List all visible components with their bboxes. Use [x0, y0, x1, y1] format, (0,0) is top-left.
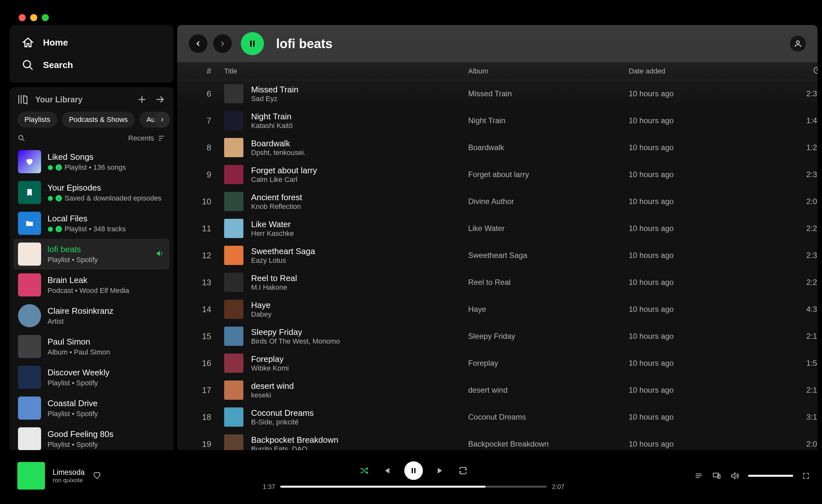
track-artist[interactable]: B-Side, pnkcité: [251, 418, 314, 426]
track-album[interactable]: Sleepy Friday: [468, 332, 629, 341]
track-title: Missed Train: [251, 85, 298, 95]
library-item[interactable]: Coastal DrivePlaylist • Spotify: [13, 393, 169, 423]
track-artist[interactable]: Dpsht, tenkousei.: [251, 149, 306, 157]
search-library-icon[interactable]: [17, 134, 26, 142]
devices-button[interactable]: [712, 471, 721, 480]
track-artist[interactable]: Knob Reflection: [251, 202, 302, 211]
total-time: 2:07: [552, 483, 564, 491]
track-album[interactable]: Missed Train: [468, 89, 629, 98]
track-artist[interactable]: Herr Kaschke: [251, 229, 294, 238]
library-item[interactable]: Claire RosinkranzArtist: [13, 300, 169, 331]
track-album[interactable]: Forget about larry: [468, 170, 629, 179]
chip-podcasts[interactable]: Podcasts & Shows: [62, 112, 135, 128]
track-album[interactable]: Boardwalk: [468, 143, 629, 152]
track-date: 10 hours ago: [629, 305, 770, 314]
library-item[interactable]: Good Feeling 80sPlaylist • Spotify: [13, 423, 169, 454]
track-row[interactable]: 12Sweetheart SagaEazy LotusSweetheart Sa…: [177, 242, 818, 269]
nav-back[interactable]: [189, 34, 208, 53]
svg-rect-4: [250, 41, 252, 47]
library-item-title: Liked Songs: [47, 152, 126, 162]
next-button[interactable]: [436, 466, 445, 475]
library-item-art: [18, 273, 41, 296]
track-artist[interactable]: M.I Hakone: [251, 283, 297, 292]
chips-scroll-right[interactable]: [154, 112, 170, 128]
volume-bar[interactable]: [748, 475, 793, 477]
plus-icon[interactable]: [136, 94, 148, 105]
library-sort[interactable]: Recents: [128, 134, 166, 142]
track-title: Like Water: [251, 219, 294, 229]
user-menu[interactable]: [790, 36, 806, 52]
minimize-window-icon[interactable]: [30, 14, 37, 21]
library-title[interactable]: Your Library: [35, 95, 82, 104]
track-row[interactable]: 14HayeDabeyHaye10 hours ago4:35: [177, 296, 818, 323]
track-album[interactable]: Backpocket Breakdown: [468, 440, 629, 448]
volume-button[interactable]: [730, 471, 739, 480]
now-playing-art[interactable]: [17, 462, 45, 490]
track-art: [224, 84, 244, 103]
track-artist[interactable]: Wibke Komi: [251, 364, 289, 372]
nav-search[interactable]: Search: [16, 54, 167, 76]
track-duration: 2:18: [770, 386, 818, 395]
now-playing-title[interactable]: Limesoda: [53, 468, 85, 477]
previous-button[interactable]: [382, 466, 391, 475]
repeat-button[interactable]: [458, 466, 468, 475]
track-artist[interactable]: Dabey: [251, 310, 272, 319]
track-album[interactable]: Coconut Dreams: [468, 413, 629, 422]
library-item[interactable]: Local Files⬢Playlist • 348 tracks: [13, 208, 169, 239]
track-artist[interactable]: Katashi Kaitō: [251, 122, 293, 130]
nav-forward[interactable]: [213, 34, 232, 53]
track-album[interactable]: Like Water: [468, 224, 629, 233]
library-item[interactable]: Paul SimonAlbum • Paul Simon: [13, 331, 169, 362]
track-artist[interactable]: Sad Eyz: [251, 95, 298, 103]
library-item[interactable]: Your Episodes⬢Saved & downloaded episode…: [13, 177, 169, 208]
library-item-art: [18, 243, 41, 266]
track-album[interactable]: Night Train: [468, 116, 629, 125]
track-row[interactable]: 8BoardwalkDpsht, tenkousei.Boardwalk10 h…: [177, 134, 818, 161]
arrow-right-icon[interactable]: [154, 94, 166, 105]
shuffle-button[interactable]: [359, 466, 369, 475]
track-row[interactable]: 10Ancient forestKnob ReflectionDivine Au…: [177, 188, 818, 215]
track-album[interactable]: Foreplay: [468, 359, 629, 368]
chip-playlists[interactable]: Playlists: [17, 112, 57, 128]
library-item[interactable]: Liked Songs⬢Playlist • 136 songs: [13, 146, 169, 177]
track-row[interactable]: 7Night TrainKatashi KaitōNight Train10 h…: [177, 107, 818, 134]
track-duration: 1:54: [770, 359, 818, 368]
track-album[interactable]: desert wind: [468, 386, 629, 395]
queue-button[interactable]: [694, 471, 703, 480]
track-date: 10 hours ago: [629, 170, 770, 179]
library-icon[interactable]: [17, 94, 29, 105]
now-playing-artist[interactable]: ron quixote: [53, 477, 85, 484]
library-item[interactable]: lofi beatsPlaylist • Spotify: [13, 239, 169, 269]
nav-home[interactable]: Home: [16, 31, 167, 54]
play-button[interactable]: [241, 32, 264, 55]
track-artist[interactable]: Calm Like Carl: [251, 175, 317, 184]
track-album[interactable]: Reel to Real: [468, 278, 629, 287]
track-row[interactable]: 9Forget about larryCalm Like CarlForget …: [177, 161, 818, 188]
progress-bar[interactable]: [280, 486, 547, 488]
track-artist[interactable]: Eazy Lotus: [251, 256, 315, 265]
track-row[interactable]: 6Missed TrainSad EyzMissed Train10 hours…: [177, 80, 818, 107]
track-row[interactable]: 16ForeplayWibke KomiForeplay10 hours ago…: [177, 350, 818, 377]
track-album[interactable]: Divine Author: [468, 197, 629, 206]
fullscreen-button[interactable]: [802, 472, 810, 480]
track-artist[interactable]: Birds Of The West, Monomo: [251, 337, 340, 346]
skip-previous-icon: [382, 466, 391, 475]
window-controls[interactable]: [19, 14, 49, 21]
track-row[interactable]: 11Like WaterHerr KaschkeLike Water10 hou…: [177, 215, 818, 242]
like-button[interactable]: [92, 471, 101, 481]
track-album[interactable]: Haye: [468, 305, 629, 314]
track-row[interactable]: 13Reel to RealM.I HakoneReel to Real10 h…: [177, 269, 818, 296]
track-row[interactable]: 18Coconut DreamsB-Side, pnkcitéCoconut D…: [177, 404, 818, 431]
track-album[interactable]: Sweetheart Saga: [468, 251, 629, 260]
library-item[interactable]: Brain LeakPodcast • Wood Elf Media: [13, 269, 169, 300]
library-item-sub: Playlist • Spotify: [47, 440, 113, 449]
library-item[interactable]: Discover WeeklyPlaylist • Spotify: [13, 362, 169, 393]
track-row[interactable]: 17desert windkesekidesert wind10 hours a…: [177, 377, 818, 404]
play-pause-button[interactable]: [404, 461, 423, 480]
close-window-icon[interactable]: [19, 14, 26, 21]
fullscreen-window-icon[interactable]: [42, 14, 49, 21]
nav-search-label: Search: [43, 60, 73, 70]
track-row[interactable]: 15Sleepy FridayBirds Of The West, Monomo…: [177, 323, 818, 350]
track-artist[interactable]: keseki: [251, 391, 294, 399]
track-title: Boardwalk: [251, 139, 306, 149]
